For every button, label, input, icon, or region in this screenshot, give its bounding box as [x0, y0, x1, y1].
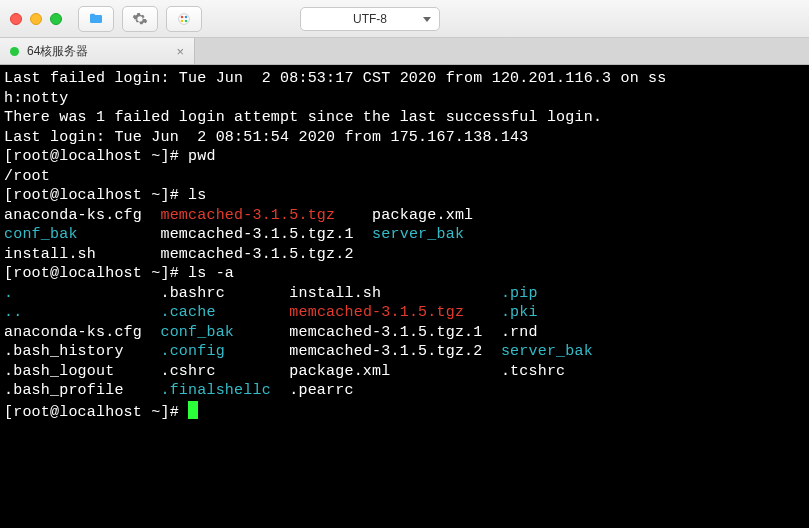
gear-icon	[132, 11, 148, 27]
terminal-text: .cache	[160, 304, 215, 321]
terminal-line: install.sh memcached-3.1.5.tgz.2	[4, 245, 805, 265]
window-controls	[10, 13, 62, 25]
tab-bar: 64核服务器 ×	[0, 38, 809, 65]
terminal-tab[interactable]: 64核服务器 ×	[0, 38, 195, 64]
palette-icon	[176, 11, 192, 27]
terminal-text: memcached-3.1.5.tgz.2	[225, 343, 501, 360]
terminal-line: Last failed login: Tue Jun 2 08:53:17 CS…	[4, 69, 805, 89]
window-titlebar: UTF-8	[0, 0, 809, 38]
terminal-text: [root@localhost ~]# pwd	[4, 148, 216, 165]
terminal-text	[464, 304, 501, 321]
terminal-line: .bash_history .config memcached-3.1.5.tg…	[4, 342, 805, 362]
terminal-line: anaconda-ks.cfg memcached-3.1.5.tgz pack…	[4, 206, 805, 226]
terminal-text: server_bak	[501, 343, 593, 360]
terminal-text: memcached-3.1.5.tgz	[160, 207, 335, 224]
terminal-line: . .bashrc install.sh .pip	[4, 284, 805, 304]
terminal-line: h:notty	[4, 89, 805, 109]
tab-title: 64核服务器	[27, 43, 88, 60]
encoding-value: UTF-8	[353, 12, 387, 26]
terminal-text: .finalshellc	[160, 382, 270, 399]
terminal-line: [root@localhost ~]# ls -a	[4, 264, 805, 284]
folder-icon	[88, 11, 104, 27]
terminal-text: .pip	[501, 285, 538, 302]
terminal-text: [root@localhost ~]# ls -a	[4, 265, 234, 282]
terminal-text: memcached-3.1.5.tgz	[289, 304, 464, 321]
terminal-line: .bash_logout .cshrc package.xml .tcshrc	[4, 362, 805, 382]
terminal-line: conf_bak memcached-3.1.5.tgz.1 server_ba…	[4, 225, 805, 245]
terminal-line: There was 1 failed login attempt since t…	[4, 108, 805, 128]
svg-point-3	[181, 19, 184, 22]
settings-button[interactable]	[122, 6, 158, 32]
terminal-text: memcached-3.1.5.tgz.1 .rnd	[234, 324, 538, 341]
terminal-text: Last failed login: Tue Jun 2 08:53:17 CS…	[4, 70, 667, 87]
terminal-text: [root@localhost ~]# ls	[4, 187, 206, 204]
terminal-line: .. .cache memcached-3.1.5.tgz .pki	[4, 303, 805, 323]
terminal-text: anaconda-ks.cfg	[4, 324, 160, 341]
palette-button[interactable]	[166, 6, 202, 32]
svg-point-0	[179, 13, 190, 24]
terminal-text: install.sh memcached-3.1.5.tgz.2	[4, 246, 354, 263]
terminal-output[interactable]: Last failed login: Tue Jun 2 08:53:17 CS…	[0, 65, 809, 528]
close-tab-button[interactable]: ×	[176, 44, 184, 59]
svg-point-1	[181, 15, 184, 18]
terminal-text: .pearrc	[271, 382, 354, 399]
terminal-text: .bash_logout .cshrc package.xml .tcshrc	[4, 363, 565, 380]
terminal-text: memcached-3.1.5.tgz.1	[78, 226, 372, 243]
terminal-text: .	[4, 285, 13, 302]
terminal-line: /root	[4, 167, 805, 187]
svg-point-4	[185, 19, 188, 22]
terminal-text: anaconda-ks.cfg	[4, 207, 160, 224]
zoom-window-button[interactable]	[50, 13, 62, 25]
connection-status-icon	[10, 47, 19, 56]
minimize-window-button[interactable]	[30, 13, 42, 25]
terminal-text: package.xml	[335, 207, 473, 224]
terminal-text: .config	[160, 343, 224, 360]
terminal-text: There was 1 failed login attempt since t…	[4, 109, 602, 126]
terminal-text: conf_bak	[160, 324, 234, 341]
close-window-button[interactable]	[10, 13, 22, 25]
terminal-text: [root@localhost ~]#	[4, 404, 188, 421]
terminal-text: /root	[4, 168, 50, 185]
terminal-text: conf_bak	[4, 226, 78, 243]
terminal-text: h:notty	[4, 90, 68, 107]
terminal-text: .bashrc install.sh	[13, 285, 501, 302]
terminal-line: .bash_profile .finalshellc .pearrc	[4, 381, 805, 401]
svg-point-2	[185, 15, 188, 18]
terminal-text: .bash_history	[4, 343, 160, 360]
terminal-text: server_bak	[372, 226, 464, 243]
folder-button[interactable]	[78, 6, 114, 32]
terminal-text: .bash_profile	[4, 382, 160, 399]
terminal-line: [root@localhost ~]# ls	[4, 186, 805, 206]
terminal-text	[22, 304, 160, 321]
terminal-line: Last login: Tue Jun 2 08:51:54 2020 from…	[4, 128, 805, 148]
cursor	[188, 401, 198, 419]
terminal-text: Last login: Tue Jun 2 08:51:54 2020 from…	[4, 129, 528, 146]
terminal-line: anaconda-ks.cfg conf_bak memcached-3.1.5…	[4, 323, 805, 343]
terminal-text: ..	[4, 304, 22, 321]
terminal-text	[216, 304, 290, 321]
terminal-line: [root@localhost ~]# pwd	[4, 147, 805, 167]
terminal-text: .pki	[501, 304, 538, 321]
terminal-line: [root@localhost ~]#	[4, 401, 805, 423]
encoding-select[interactable]: UTF-8	[300, 7, 440, 31]
